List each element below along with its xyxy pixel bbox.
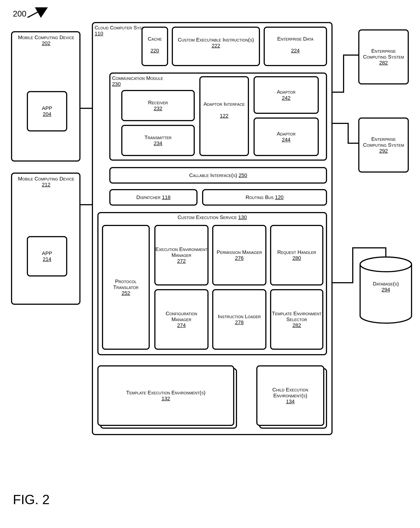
mobile1-app: APP 204 — [27, 91, 67, 132]
receiver-label: Receiver232 — [148, 100, 168, 111]
ces-title: Custom Execution Service 130 — [99, 215, 325, 220]
adaptor-if-box: Adaptor Interface122 — [199, 76, 249, 156]
ent2-box: Enterprise Computing System292 — [358, 118, 409, 173]
cei-label: Custom Executable Instruction(s) 222 — [173, 37, 259, 49]
ent1-box: Enterprise Computing System282 — [358, 29, 409, 84]
reqh-label: Request Handler280 — [277, 249, 316, 261]
mobile1-app-num: 204 — [43, 111, 51, 117]
cfg-box: Configuration Manager274 — [154, 289, 209, 350]
dispatcher-box: Dispatcher 118 — [109, 189, 198, 206]
routing-label: Routing Bus 120 — [246, 194, 284, 200]
perm-label: Permission Manager276 — [217, 249, 262, 261]
reqh-box: Request Handler280 — [270, 225, 323, 286]
transmitter-box: Transmitter234 — [121, 125, 195, 156]
mobile-device-1: Mobile Computing Device202 APP 204 — [11, 31, 80, 162]
ent2-label: Enterprise Computing System292 — [359, 136, 408, 154]
ent1-label: Enterprise Computing System282 — [359, 48, 408, 66]
transmitter-label: Transmitter234 — [144, 134, 172, 146]
perm-box: Permission Manager276 — [212, 225, 266, 286]
adaptor2-box: Adaptor244 — [254, 118, 319, 156]
iloader-box: Instruction Loader278 — [212, 289, 266, 350]
mobile2-title: Mobile Computing Device212 — [14, 176, 78, 188]
cache-label: Cache220 — [143, 36, 167, 54]
callable-box: Callable Interface(s) 250 — [109, 167, 327, 184]
adaptor2-label: Adaptor244 — [277, 131, 296, 143]
mobile1-title: Mobile Computing Device202 — [14, 35, 78, 46]
iloader-label: Instruction Loader278 — [218, 313, 261, 325]
eem-box: Execution Environment Manager272 — [154, 225, 209, 286]
tes-box: Template Environment Selector282 — [270, 289, 323, 350]
tes-label: Template Environment Selector282 — [271, 311, 322, 328]
figure-caption: FIG. 2 — [13, 492, 49, 507]
callable-label: Callable Interface(s) 250 — [189, 172, 247, 178]
diagram-ref: 200 — [13, 9, 26, 18]
adaptor1-label: Adaptor242 — [277, 89, 296, 101]
routing-box: Routing Bus 120 — [202, 189, 327, 206]
mobile-device-2: Mobile Computing Device212 APP 214 — [11, 173, 80, 305]
mobile2-app: APP 214 — [27, 236, 67, 276]
protocol-box: Protocol Translator252 — [102, 225, 150, 350]
mobile2-app-num: 214 — [43, 256, 51, 262]
svg-point-4 — [360, 257, 412, 272]
cfg-label: Configuration Manager274 — [155, 311, 208, 328]
cei-box: Custom Executable Instruction(s) 222 — [172, 27, 260, 66]
adaptor-if-label: Adaptor Interface122 — [200, 101, 248, 119]
edata-box: Enterprise Data224 — [264, 27, 327, 66]
diagram-canvas: 200 Mobile Computing Device202 — [7, 7, 413, 521]
tee-label: Template Execution Environment(s)132 — [126, 390, 206, 401]
cee-box: Child Execution Environment(s)134 — [256, 365, 324, 426]
protocol-label: Protocol Translator252 — [103, 278, 149, 296]
cee-label: Child Execution Environment(s)134 — [257, 387, 323, 405]
dispatcher-label: Dispatcher 118 — [136, 194, 171, 200]
mobile2-app-label: APP — [42, 251, 52, 256]
svg-point-3 — [360, 257, 412, 272]
edata-label: Enterprise Data224 — [265, 36, 326, 54]
eem-label: Execution Environment Manager272 — [155, 246, 208, 264]
adaptor1-box: Adaptor242 — [254, 76, 319, 114]
cache-box: Cache220 — [141, 27, 168, 66]
comm-title: Communication Module230 — [112, 75, 167, 87]
mobile1-app-label: APP — [42, 105, 52, 111]
db-label: Database(s)294 — [368, 281, 404, 293]
tee-box: Template Execution Environment(s)132 — [97, 365, 234, 426]
receiver-box: Receiver232 — [121, 90, 195, 121]
